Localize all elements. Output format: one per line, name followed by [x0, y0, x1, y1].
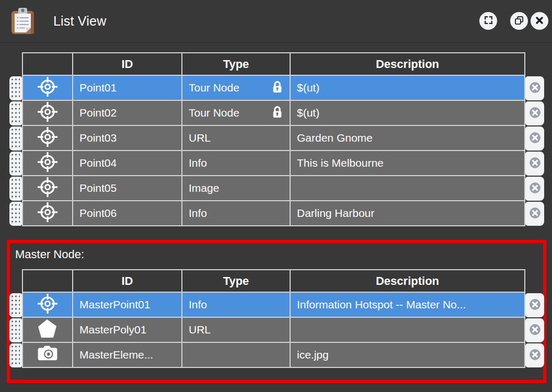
- circle-x-icon: [528, 206, 542, 222]
- polygon-hotspot-icon: [36, 318, 59, 343]
- header-id: ID: [73, 269, 182, 293]
- cell-type[interactable]: Image: [182, 176, 291, 201]
- table-row: Point04 Info This is Melbourne: [9, 151, 544, 176]
- table-row: MasterEleme... ice.jpg: [9, 343, 544, 368]
- master-node-section: Master Node: ID Type Description MasterP…: [7, 240, 546, 383]
- cell-type[interactable]: [182, 343, 291, 368]
- float-window-button[interactable]: [510, 12, 528, 30]
- fullscreen-icon: [484, 15, 493, 27]
- cell-description[interactable]: Information Hotspot -- Master No...: [291, 293, 525, 318]
- table-row: Point03 URL Garden Gnome: [9, 126, 544, 151]
- circle-x-icon: [528, 106, 542, 121]
- header-icon-column: [23, 52, 73, 76]
- cell-id[interactable]: Point02: [73, 101, 182, 126]
- header-description: Description: [291, 269, 525, 293]
- cell-description[interactable]: $(ut): [291, 76, 525, 101]
- cell-description[interactable]: $(ut): [291, 101, 525, 126]
- circle-x-icon: [528, 297, 542, 313]
- master-node-table: ID Type Description MasterPoint01 Info I…: [9, 269, 544, 368]
- overlapping-windows-icon: [514, 15, 524, 27]
- delete-row-button[interactable]: [525, 126, 544, 151]
- cell-type: Tour Node: [189, 107, 239, 119]
- table-header-row: ID Type Description: [22, 269, 544, 293]
- table-row: Point06 Info Darling Harbour: [9, 201, 544, 226]
- close-button[interactable]: [531, 12, 548, 30]
- cell-type[interactable]: Info: [182, 151, 291, 176]
- titlebar: List View: [0, 0, 552, 42]
- delete-row-button[interactable]: [525, 318, 544, 342]
- delete-row-button[interactable]: [525, 343, 544, 367]
- delete-row-button[interactable]: [525, 177, 544, 201]
- lock-icon: [271, 80, 283, 96]
- cell-type[interactable]: Info: [182, 293, 291, 318]
- cell-id[interactable]: MasterPoly01: [73, 318, 182, 343]
- camera-icon: [36, 344, 59, 366]
- drag-handle[interactable]: [9, 126, 22, 151]
- drag-handle[interactable]: [9, 318, 22, 342]
- table-row: Point01 Tour Node $(ut): [9, 76, 544, 101]
- lock-icon: [271, 105, 283, 121]
- drag-handle[interactable]: [9, 76, 22, 100]
- point-hotspot-icon: [36, 201, 59, 226]
- cell-id[interactable]: Point03: [73, 126, 182, 151]
- drag-handle[interactable]: [9, 177, 22, 201]
- delete-row-button[interactable]: [525, 76, 544, 100]
- header-type: Type: [182, 52, 291, 76]
- drag-handle[interactable]: [9, 343, 22, 367]
- table-row: MasterPoint01 Info Information Hotspot -…: [9, 293, 544, 318]
- cell-description[interactable]: This is Melbourne: [291, 151, 525, 176]
- cell-id[interactable]: MasterPoint01: [73, 293, 182, 318]
- clipboard-icon: [7, 6, 38, 36]
- point-hotspot-icon: [36, 151, 59, 176]
- fullscreen-button[interactable]: [479, 12, 497, 30]
- cell-type: Tour Node: [189, 82, 239, 94]
- drag-handle[interactable]: [9, 101, 22, 125]
- master-node-label: Master Node:: [15, 248, 84, 261]
- circle-x-icon: [528, 80, 542, 96]
- table-row: MasterPoly01 URL: [9, 318, 544, 343]
- circle-x-icon: [528, 131, 542, 146]
- delete-row-button[interactable]: [525, 101, 544, 125]
- cell-description[interactable]: Darling Harbour: [291, 201, 525, 226]
- drag-handle[interactable]: [9, 152, 22, 176]
- point-hotspot-icon: [36, 76, 59, 101]
- window-controls: [479, 12, 548, 30]
- cell-description[interactable]: [291, 176, 525, 201]
- header-icon-column: [23, 269, 73, 293]
- drag-handle[interactable]: [9, 202, 22, 226]
- point-hotspot-icon: [36, 293, 59, 318]
- point-hotspot-icon: [36, 126, 59, 151]
- cell-description[interactable]: [291, 318, 525, 343]
- titlebar-divider: [0, 42, 552, 43]
- circle-x-icon: [528, 348, 542, 363]
- node-list-table: ID Type Description Point01 Tour Node $(…: [9, 52, 544, 226]
- close-icon: [534, 15, 545, 27]
- table-row: Point02 Tour Node $(ut): [9, 101, 544, 126]
- circle-x-icon: [528, 322, 542, 338]
- point-hotspot-icon: [36, 176, 59, 201]
- cell-type[interactable]: URL: [182, 318, 291, 343]
- delete-row-button[interactable]: [525, 202, 544, 226]
- delete-row-button[interactable]: [525, 152, 544, 176]
- cell-id[interactable]: Point06: [73, 201, 182, 226]
- cell-id[interactable]: Point05: [73, 176, 182, 201]
- circle-x-icon: [528, 156, 542, 171]
- cell-type[interactable]: URL: [182, 126, 291, 151]
- cell-id[interactable]: MasterEleme...: [73, 343, 182, 368]
- table-header-row: ID Type Description: [22, 52, 544, 76]
- window-title: List View: [53, 14, 106, 29]
- cell-type[interactable]: Info: [182, 201, 291, 226]
- circle-x-icon: [528, 181, 542, 197]
- point-hotspot-icon: [36, 101, 59, 126]
- header-id: ID: [73, 52, 182, 76]
- drag-handle[interactable]: [9, 293, 22, 317]
- delete-row-button[interactable]: [525, 293, 544, 317]
- table-row: Point05 Image: [9, 176, 544, 201]
- cell-id[interactable]: Point01: [73, 76, 182, 101]
- header-description: Description: [291, 52, 525, 76]
- cell-description[interactable]: ice.jpg: [291, 343, 525, 368]
- cell-id[interactable]: Point04: [73, 151, 182, 176]
- header-type: Type: [182, 269, 291, 293]
- cell-description[interactable]: Garden Gnome: [291, 126, 525, 151]
